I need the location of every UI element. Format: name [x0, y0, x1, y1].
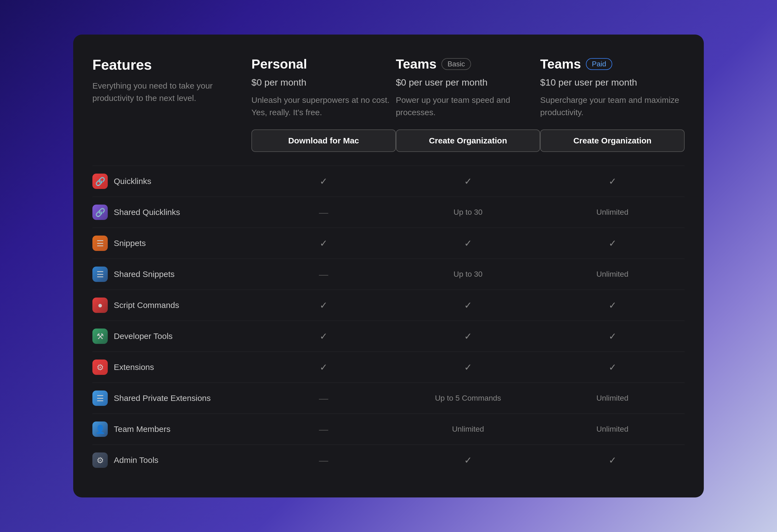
feature-value-cell: ✓ [251, 351, 396, 383]
checkmark-icon: ✓ [464, 300, 472, 311]
feature-label: Script Commands [114, 301, 179, 310]
feature-value-cell: — [251, 383, 396, 414]
pricing-grid: Features Everything you need to take you… [92, 57, 685, 475]
feature-name-cell: ⚙Extensions [92, 351, 251, 383]
dash-icon: — [319, 393, 328, 404]
feature-name-cell: 👤Team Members [92, 414, 251, 444]
feature-icon: ⚒ [92, 328, 108, 344]
feature-label: Admin Tools [114, 455, 158, 465]
feature-value-cell: ✓ [540, 444, 685, 475]
features-subtitle: Everything you need to take your product… [92, 80, 251, 104]
feature-name-cell: ⚙Admin Tools [92, 444, 251, 475]
feature-value-text: Unlimited [596, 425, 629, 434]
feature-icon: ⚙ [92, 359, 108, 375]
feature-icon: 🔗 [92, 205, 108, 220]
feature-value-cell: ✓ [540, 321, 685, 351]
feature-icon: ☰ [92, 267, 108, 282]
feature-value-cell: ✓ [396, 351, 540, 383]
feature-name-cell: ☰Snippets [92, 228, 251, 258]
feature-icon: ⚙ [92, 452, 108, 468]
feature-value-cell: Up to 30 [396, 258, 540, 290]
feature-value-cell: Unlimited [540, 197, 685, 228]
feature-label: Shared Snippets [114, 270, 175, 279]
feature-value-cell: ✓ [251, 290, 396, 321]
teams-paid-description: Supercharge your team and maximize produ… [540, 94, 685, 118]
checkmark-icon: ✓ [608, 331, 616, 342]
feature-name-cell: ●Script Commands [92, 290, 251, 321]
checkmark-icon: ✓ [608, 176, 616, 187]
dash-icon: — [319, 207, 328, 218]
teams-paid-name-row: Teams Paid [540, 57, 685, 72]
checkmark-icon: ✓ [608, 455, 616, 466]
dash-icon: — [319, 455, 328, 466]
feature-value-cell: ✓ [396, 321, 540, 351]
checkmark-icon: ✓ [320, 238, 327, 249]
teams-basic-name-row: Teams Basic [396, 57, 540, 72]
teams-basic-price: $0 per user per month [396, 77, 540, 88]
feature-value-text: Unlimited [596, 394, 629, 403]
feature-value-cell: Up to 5 Commands [396, 383, 540, 414]
basic-badge: Basic [441, 58, 471, 70]
feature-icon: ☰ [92, 235, 108, 251]
feature-name-cell: 🔗Shared Quicklinks [92, 197, 251, 228]
checkmark-icon: ✓ [320, 331, 327, 342]
feature-value-cell: ✓ [396, 444, 540, 475]
feature-value-text: Unlimited [452, 425, 484, 434]
create-org-basic-button[interactable]: Create Organization [396, 129, 540, 152]
feature-icon: 👤 [92, 421, 108, 437]
teams-paid-price: $10 per user per month [540, 77, 685, 88]
feature-value-text: Unlimited [596, 208, 629, 217]
feature-label: Shared Quicklinks [114, 208, 180, 217]
checkmark-icon: ✓ [464, 176, 472, 187]
create-org-paid-button[interactable]: Create Organization [540, 129, 685, 152]
personal-price: $0 per month [251, 77, 396, 88]
feature-name-cell: ⚒Developer Tools [92, 321, 251, 351]
feature-value-cell: — [251, 414, 396, 444]
teams-basic-plan-name: Teams [396, 57, 437, 72]
checkmark-icon: ✓ [464, 455, 472, 466]
checkmark-icon: ✓ [608, 238, 616, 249]
feature-value-cell: ✓ [396, 290, 540, 321]
personal-header: Personal $0 per month Unleash your super… [251, 57, 396, 166]
teams-paid-header: Teams Paid $10 per user per month Superc… [540, 57, 685, 166]
checkmark-icon: ✓ [320, 300, 327, 311]
feature-value-cell: ✓ [251, 321, 396, 351]
dash-icon: — [319, 269, 328, 280]
feature-value-cell: ✓ [396, 228, 540, 258]
personal-description: Unleash your superpowers at no cost. Yes… [251, 94, 396, 118]
feature-label: Shared Private Extensions [114, 394, 211, 403]
teams-basic-description: Power up your team speed and processes. [396, 94, 540, 118]
feature-value-cell: ✓ [396, 166, 540, 197]
feature-value-cell: ✓ [540, 351, 685, 383]
feature-name-cell: ☰Shared Snippets [92, 258, 251, 290]
checkmark-icon: ✓ [320, 176, 327, 187]
feature-value-cell: ✓ [251, 166, 396, 197]
feature-label: Extensions [114, 362, 154, 372]
feature-label: Developer Tools [114, 332, 173, 341]
teams-paid-plan-name: Teams [540, 57, 581, 72]
paid-badge: Paid [586, 58, 612, 70]
feature-value-cell: Up to 30 [396, 197, 540, 228]
feature-label: Quicklinks [114, 177, 151, 186]
feature-value-cell: ✓ [540, 166, 685, 197]
personal-plan-name: Personal [251, 57, 307, 72]
feature-value-cell: Unlimited [540, 414, 685, 444]
feature-label: Snippets [114, 238, 146, 248]
pricing-card: Features Everything you need to take you… [73, 34, 704, 498]
feature-value-cell: ✓ [251, 228, 396, 258]
features-title: Features [92, 57, 251, 73]
feature-value-text: Up to 30 [453, 208, 482, 217]
checkmark-icon: ✓ [464, 331, 472, 342]
feature-icon: 🔗 [92, 174, 108, 189]
checkmark-icon: ✓ [464, 362, 472, 373]
checkmark-icon: ✓ [320, 362, 327, 373]
feature-value-cell: — [251, 197, 396, 228]
dash-icon: — [319, 424, 328, 435]
feature-value-text: Unlimited [596, 270, 629, 279]
features-header: Features Everything you need to take you… [92, 57, 251, 166]
feature-value-cell: Unlimited [540, 383, 685, 414]
feature-icon: ☰ [92, 391, 108, 406]
feature-value-cell: Unlimited [396, 414, 540, 444]
download-mac-button[interactable]: Download for Mac [251, 129, 396, 152]
feature-label: Team Members [114, 425, 171, 434]
